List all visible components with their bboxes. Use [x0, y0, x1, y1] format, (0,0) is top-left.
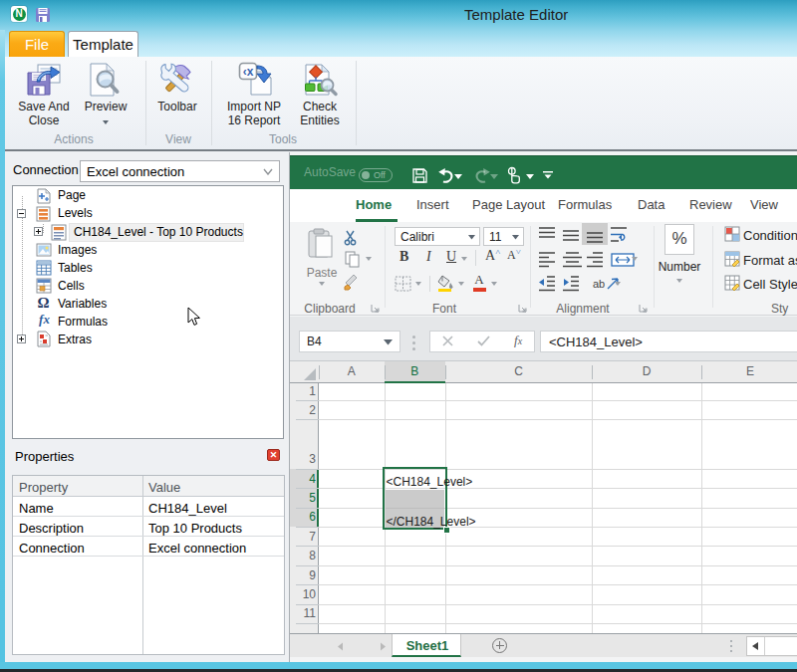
svg-text:ab: ab	[593, 278, 605, 290]
svg-text:‹x: ‹x	[243, 65, 254, 79]
